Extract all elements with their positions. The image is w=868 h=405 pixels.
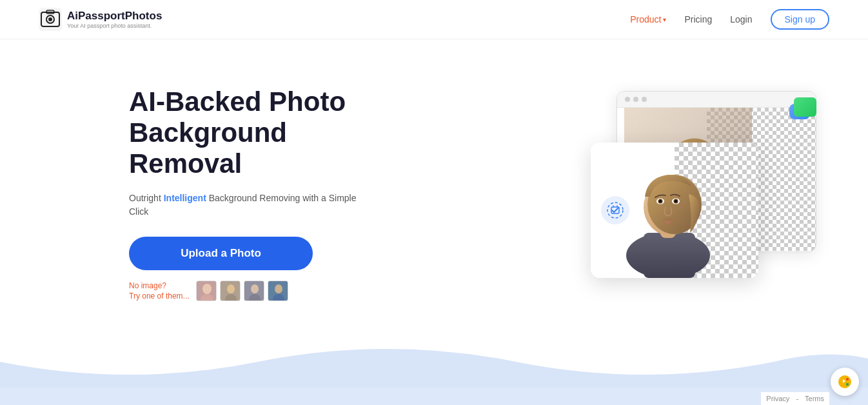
logo-icon bbox=[39, 8, 62, 31]
svg-point-12 bbox=[251, 284, 259, 293]
svg-point-3 bbox=[48, 17, 52, 21]
hero-description: Outright Intelligent Background Removing… bbox=[129, 192, 361, 219]
recaptcha-icon bbox=[837, 374, 853, 390]
svg-point-33 bbox=[626, 232, 710, 278]
card-inner bbox=[591, 143, 758, 278]
svg-point-6 bbox=[202, 284, 212, 294]
terms-link[interactable]: Terms bbox=[805, 395, 824, 402]
nav-product[interactable]: Product bbox=[630, 14, 666, 25]
sample-thumbs bbox=[196, 281, 288, 301]
recaptcha-badge bbox=[831, 368, 859, 396]
browser-dot-1 bbox=[625, 97, 630, 102]
no-image-label: No image? Try one of them... bbox=[129, 281, 190, 302]
bottom-section: How to Remove the Background of the Imag… bbox=[0, 388, 868, 405]
nav-pricing[interactable]: Pricing bbox=[684, 14, 712, 25]
browser-dot-3 bbox=[642, 97, 647, 102]
footer-separator: - bbox=[796, 395, 798, 402]
navbar: AiPassportPhotos Your AI passport photo … bbox=[0, 0, 868, 39]
corner-green-shape bbox=[794, 97, 816, 117]
svg-rect-47 bbox=[846, 383, 849, 386]
sample-thumb-2[interactable] bbox=[220, 281, 241, 301]
sample-thumb-1[interactable] bbox=[196, 281, 217, 301]
browser-dot-2 bbox=[633, 97, 638, 102]
upload-button[interactable]: Upload a Photo bbox=[129, 237, 313, 270]
hero-title: AI-Backed Photo Background Removal bbox=[129, 86, 361, 180]
svg-point-42 bbox=[675, 200, 677, 202]
card-woman-svg bbox=[616, 143, 720, 278]
brand-name: AiPassportPhotos bbox=[67, 10, 162, 23]
svg-point-45 bbox=[838, 375, 851, 388]
nav-login[interactable]: Login bbox=[730, 14, 752, 25]
desc-highlight: Intelligent bbox=[164, 193, 206, 203]
corner-decoration bbox=[781, 94, 820, 133]
signup-button[interactable]: Sign up bbox=[771, 9, 829, 30]
sample-row: No image? Try one of them... bbox=[129, 281, 361, 302]
nav-links: Product Pricing Login Sign up bbox=[630, 9, 829, 30]
privacy-link[interactable]: Privacy bbox=[766, 395, 789, 402]
wave-transition bbox=[0, 336, 868, 388]
logo-area: AiPassportPhotos Your AI passport photo … bbox=[39, 8, 162, 31]
hero-section: AI-Backed Photo Background Removal Outri… bbox=[0, 39, 868, 336]
floating-card bbox=[591, 143, 758, 278]
privacy-footer: Privacy - Terms bbox=[761, 392, 829, 405]
svg-point-15 bbox=[275, 284, 282, 293]
hero-left: AI-Backed Photo Background Removal Outri… bbox=[129, 86, 361, 302]
hero-illustration bbox=[597, 91, 829, 297]
wave-svg bbox=[0, 336, 868, 388]
brand-tagline: Your AI passport photo assistant. bbox=[67, 23, 162, 29]
svg-point-9 bbox=[227, 284, 235, 293]
desc-plain: Outright bbox=[129, 193, 164, 203]
svg-point-46 bbox=[846, 378, 849, 380]
sample-thumb-3[interactable] bbox=[244, 281, 264, 301]
ai-processing-icon bbox=[601, 196, 629, 224]
svg-point-39 bbox=[659, 200, 662, 202]
logo-text: AiPassportPhotos Your AI passport photo … bbox=[67, 10, 162, 29]
sample-thumb-4[interactable] bbox=[268, 281, 288, 301]
